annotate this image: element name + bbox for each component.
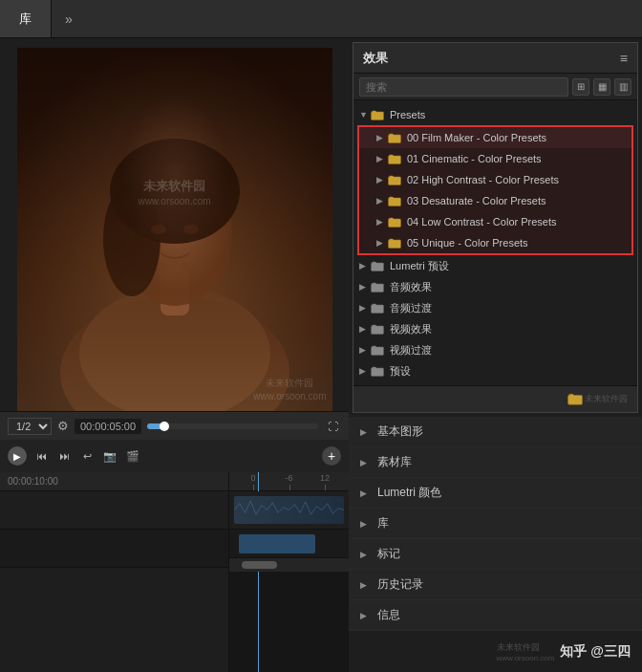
folder-icon-presets <box>371 109 386 120</box>
tree-item-05[interactable]: ▶ 05 Unique - Color Presets <box>359 232 631 253</box>
side-panel-markers[interactable]: ▶ 标记 <box>349 539 642 570</box>
highlighted-presets-box: ▶ 00 Film Maker - Color Presets ▶ <box>357 125 633 255</box>
side-panel-library[interactable]: ▶ 库 <box>349 509 642 539</box>
top-bar: 库 » <box>0 0 642 38</box>
add-button[interactable]: + <box>322 446 341 466</box>
label-markers: 标记 <box>377 546 400 562</box>
settings-icon[interactable]: ⚙ <box>57 419 69 433</box>
folder-icon-presets2 <box>371 365 386 377</box>
side-panel-info[interactable]: ▶ 信息 <box>349 600 642 631</box>
tree-label-video-fx: 视频效果 <box>390 322 631 336</box>
camera-icon[interactable]: 📷 <box>101 447 118 465</box>
play-button[interactable]: ▶ <box>8 446 27 466</box>
tree-item-01[interactable]: ▶ 01 Cinematic - Color Presets <box>359 148 631 169</box>
tree-label-02: 02 High Contrast - Color Presets <box>407 174 626 185</box>
lower-area: 00:00:10:00 0 -6 12 <box>0 472 349 672</box>
arrow-00: ▶ <box>376 133 388 142</box>
right-section: 效果 ≡ ⊞ ▦ ▥ ▼ <box>349 38 642 672</box>
arrow-04: ▶ <box>376 217 388 227</box>
tree-item-video-trans[interactable]: ▶ 视频过渡 <box>353 339 637 360</box>
zhihu-credit: 未来软件园 www.orsoon.com 知乎 @三四 <box>497 641 631 662</box>
search-icon-btn1[interactable]: ⊞ <box>572 78 589 96</box>
folder-icon-01 <box>388 153 403 164</box>
playback-timeline[interactable] <box>147 423 318 429</box>
fullscreen-icon[interactable]: ⛶ <box>324 418 341 435</box>
timecode-display: 00:00:05:00 <box>75 419 141 434</box>
watermark-bottom-left: 未来软件园 www.orsoon.com <box>497 641 555 662</box>
tree-item-presets2[interactable]: ▶ 预设 <box>353 360 637 381</box>
tree-label-presets: Presets <box>390 109 631 120</box>
tree-item-02[interactable]: ▶ 02 High Contrast - Color Presets <box>359 169 631 190</box>
video-icon[interactable]: 🎬 <box>124 447 141 465</box>
arrow-audio-trans: ▶ <box>359 303 371 313</box>
arrow-basic-shapes: ▶ <box>360 427 374 437</box>
portrait-svg <box>17 48 332 411</box>
tree-label-presets2: 预设 <box>390 364 631 379</box>
scroll-area[interactable] <box>229 558 349 572</box>
effects-search-input[interactable] <box>359 77 568 97</box>
tree-label-video-trans: 视频过渡 <box>390 343 631 358</box>
footer-watermark: 未来软件园 <box>585 393 628 405</box>
tree-item-presets-root[interactable]: ▼ Presets <box>353 104 637 125</box>
effects-title: 效果 <box>363 50 388 67</box>
folder-icon-03 <box>388 195 403 206</box>
tree-item-lumetri[interactable]: ▶ Lumetri 预设 <box>353 255 637 276</box>
label-info: 信息 <box>377 607 400 623</box>
tab-expand[interactable]: » <box>52 0 86 37</box>
folder-icon-04 <box>388 216 403 228</box>
effects-search-bar: ⊞ ▦ ▥ <box>353 74 637 100</box>
arrow-01: ▶ <box>376 154 388 163</box>
tree-label-audio-fx: 音频效果 <box>390 280 631 294</box>
timeline-track-v1 <box>0 491 228 530</box>
side-panel-media-lib[interactable]: ▶ 素材库 <box>349 447 642 478</box>
arrow-02: ▶ <box>376 175 388 184</box>
tree-item-00[interactable]: ▶ 00 Film Maker - Color Presets <box>359 127 631 148</box>
fraction-select[interactable]: 1/2 <box>8 418 52 435</box>
folder-icon-02 <box>388 174 403 185</box>
tree-item-03[interactable]: ▶ 03 Desaturate - Color Presets <box>359 190 631 211</box>
footer-folder-icon[interactable] <box>566 390 585 409</box>
tree-label-03: 03 Desaturate - Color Presets <box>407 195 626 206</box>
effects-menu-icon[interactable]: ≡ <box>620 51 628 66</box>
side-panel-history[interactable]: ▶ 历史记录 <box>349 570 642 600</box>
side-panel-basic-shapes[interactable]: ▶ 基本图形 <box>349 417 642 447</box>
arrow-media-lib: ▶ <box>360 458 374 467</box>
arrow-presets2: ▶ <box>359 366 371 376</box>
bottom-controls: ▶ ⏮ ⏭ ↩ 📷 🎬 + <box>0 440 349 472</box>
folder-icon-05 <box>388 237 403 249</box>
folder-icon-video-trans <box>371 344 386 356</box>
video-preview: 未来软件园 www.orsoon.com 未来软件园 www.orsoon.co… <box>17 48 332 411</box>
arrow-info: ▶ <box>360 611 374 620</box>
effects-footer: 未来软件园 <box>353 385 637 412</box>
tree-item-audio-fx[interactable]: ▶ 音频效果 <box>353 276 637 297</box>
step-back-icon[interactable]: ⏮ <box>32 447 50 465</box>
arrow-lumetri-color: ▶ <box>360 488 374 498</box>
loop-icon[interactable]: ↩ <box>78 447 96 465</box>
search-icon-btn2[interactable]: ▦ <box>593 78 610 96</box>
bottom-area: 未来软件园 www.orsoon.com 知乎 @三四 <box>349 631 642 672</box>
effects-header: 效果 ≡ <box>353 43 637 74</box>
waveform-svg <box>234 496 344 524</box>
tree-item-video-fx[interactable]: ▶ 视频效果 <box>353 318 637 339</box>
tree-item-audio-trans[interactable]: ▶ 音频过渡 <box>353 297 637 318</box>
label-library: 库 <box>377 515 389 531</box>
left-section: 未来软件园 www.orsoon.com 未来软件园 www.orsoon.co… <box>0 38 349 672</box>
zhihu-text: 知乎 @三四 <box>560 643 631 661</box>
search-icon-btn3[interactable]: ▥ <box>614 78 631 96</box>
playback-bar: 1/2 ⚙ 00:00:05:00 ⛶ <box>0 411 349 440</box>
step-fwd-icon[interactable]: ⏭ <box>55 447 73 465</box>
folder-icon-audio-fx <box>371 281 386 293</box>
label-media-lib: 素材库 <box>377 454 412 470</box>
scroll-thumb[interactable] <box>242 561 278 569</box>
ruler-marks: 0 -6 12 <box>229 472 349 491</box>
effects-tree: ▼ Presets ▶ <box>353 100 637 385</box>
side-panel-lumetri-color[interactable]: ▶ Lumetri 颜色 <box>349 478 642 509</box>
tab-ku[interactable]: 库 <box>0 0 52 37</box>
track-content-1 <box>229 491 349 530</box>
tree-arrow-presets: ▼ <box>359 110 371 119</box>
tree-item-04[interactable]: ▶ 04 Low Contrast - Color Presets <box>359 211 631 232</box>
timeline-track-v2 <box>0 530 228 568</box>
folder-icon-00 <box>388 132 403 143</box>
tree-label-lumetri: Lumetri 预设 <box>390 259 631 273</box>
arrow-audio-fx: ▶ <box>359 282 371 292</box>
